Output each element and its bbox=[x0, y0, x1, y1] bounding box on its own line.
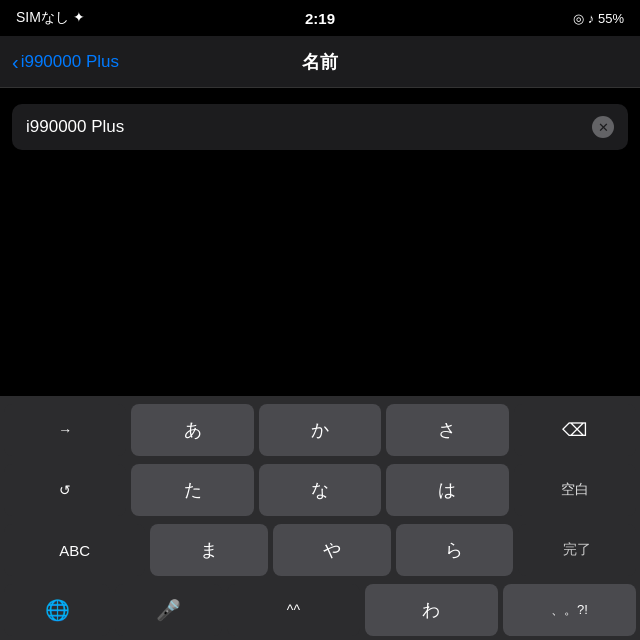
key-ya[interactable]: や bbox=[273, 524, 391, 576]
content-area: ✕ bbox=[0, 88, 640, 166]
name-input[interactable] bbox=[26, 117, 584, 137]
key-ka[interactable]: か bbox=[259, 404, 381, 456]
key-ra[interactable]: ら bbox=[396, 524, 514, 576]
status-left: SIMなし ✦ bbox=[16, 9, 85, 27]
key-space[interactable]: 空白 bbox=[514, 464, 636, 516]
nav-title: 名前 bbox=[302, 50, 338, 74]
clear-button[interactable]: ✕ bbox=[592, 116, 614, 138]
keyboard-row-4: 🌐 🎤 ^^ わ 、。?! bbox=[4, 584, 636, 636]
key-delete[interactable]: ⌫ bbox=[514, 404, 636, 456]
status-right: ◎ ♪ 55% bbox=[573, 11, 624, 26]
key-punct[interactable]: 、。?! bbox=[503, 584, 636, 636]
key-na[interactable]: な bbox=[259, 464, 381, 516]
back-label: i990000 Plus bbox=[21, 52, 119, 72]
key-a[interactable]: あ bbox=[131, 404, 253, 456]
key-wa[interactable]: わ bbox=[365, 584, 498, 636]
key-ha[interactable]: は bbox=[386, 464, 508, 516]
key-abc[interactable]: ABC bbox=[4, 524, 145, 576]
back-button[interactable]: ‹ i990000 Plus bbox=[12, 52, 119, 72]
key-ma[interactable]: ま bbox=[150, 524, 268, 576]
key-undo[interactable]: ↺ bbox=[4, 464, 126, 516]
keyboard: → あ か さ ⌫ ↺ た な は 空白 ABC ま や ら 完了 🌐 🎤 ^^… bbox=[0, 396, 640, 640]
black-area bbox=[0, 166, 640, 406]
sim-status: SIMなし ✦ bbox=[16, 9, 85, 27]
keyboard-row-3: ABC ま や ら 完了 bbox=[4, 524, 636, 576]
status-bar: SIMなし ✦ 2:19 ◎ ♪ 55% bbox=[0, 0, 640, 36]
key-sa[interactable]: さ bbox=[386, 404, 508, 456]
key-ta[interactable]: た bbox=[131, 464, 253, 516]
nav-bar: ‹ i990000 Plus 名前 bbox=[0, 36, 640, 88]
key-done[interactable]: 完了 bbox=[518, 524, 636, 576]
key-arrow[interactable]: → bbox=[4, 404, 126, 456]
key-mic[interactable]: 🎤 bbox=[115, 584, 221, 636]
chevron-left-icon: ‹ bbox=[12, 52, 19, 72]
key-caret[interactable]: ^^ bbox=[227, 584, 360, 636]
keyboard-row-2: ↺ た な は 空白 bbox=[4, 464, 636, 516]
input-row: ✕ bbox=[12, 104, 628, 150]
key-globe[interactable]: 🌐 bbox=[4, 584, 110, 636]
keyboard-row-1: → あ か さ ⌫ bbox=[4, 404, 636, 456]
status-time: 2:19 bbox=[305, 10, 335, 27]
